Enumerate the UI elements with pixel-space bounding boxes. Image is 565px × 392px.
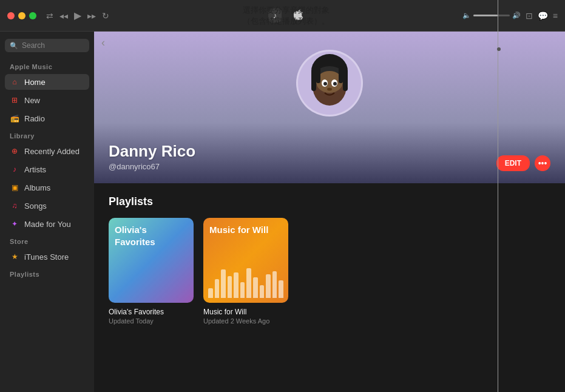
sidebar-item-artists[interactable]: ♪ Artists xyxy=(5,161,89,177)
queue-icon[interactable]: ≡ xyxy=(553,11,558,21)
apple-logo[interactable] xyxy=(294,9,303,22)
made-for-you-icon: ✦ xyxy=(10,219,19,229)
home-icon: ⌂ xyxy=(10,77,19,87)
minimize-button[interactable] xyxy=(18,12,25,19)
sidebar-made-for-you-label: Made for You xyxy=(24,220,71,229)
repeat-icon[interactable]: ↻ xyxy=(102,11,109,21)
store-label: Store xyxy=(5,234,89,246)
playlist-update-olivia: Updated Today xyxy=(109,317,194,325)
sidebar-artists-label: Artists xyxy=(24,165,46,174)
airplay-icon[interactable]: ⊡ xyxy=(526,11,533,21)
sidebar-item-home[interactable]: ⌂ Home xyxy=(5,74,89,90)
playlists-title: Playlists xyxy=(109,195,550,208)
sidebar-item-radio[interactable]: 📻 Radio xyxy=(5,110,89,126)
itunes-icon: ★ xyxy=(10,252,19,262)
sidebar-item-new[interactable]: ⊞ New xyxy=(5,92,89,108)
volume-slider-track[interactable] xyxy=(473,15,510,16)
profile-header: Danny Rico @dannyrico67 EDIT ••• xyxy=(94,32,565,183)
content-area: ‹ xyxy=(94,32,565,392)
volume-control[interactable]: 🔈 🔊 xyxy=(462,12,521,19)
playlist-name-olivia: Olivia's Favorites xyxy=(109,308,194,316)
back-button[interactable]: ‹ xyxy=(101,36,105,49)
playlist-card-music-will[interactable]: Music for Will xyxy=(203,218,288,325)
profile-handle: @dannyrico67 xyxy=(109,162,160,171)
close-button[interactable] xyxy=(7,12,15,19)
sidebar-item-itunes-store[interactable]: ★ iTunes Store xyxy=(5,249,89,265)
sidebar-item-made-for-you[interactable]: ✦ Made for You xyxy=(5,216,89,232)
library-label: Library xyxy=(5,129,89,141)
sidebar-item-albums[interactable]: ▣ Albums xyxy=(5,180,89,195)
playlist-card-olivia[interactable]: Olivia'sFavorites Olivia's Favorites Upd… xyxy=(109,218,194,325)
playlist-thumb-music: Music for Will xyxy=(203,218,288,303)
maximize-button[interactable] xyxy=(29,12,36,19)
volume-low-icon: 🔈 xyxy=(462,12,471,19)
svg-point-8 xyxy=(333,82,337,86)
sidebar-item-recently-added[interactable]: ⊕ Recently Added xyxy=(5,143,89,159)
sidebar-itunes-label: iTunes Store xyxy=(24,252,69,262)
volume-high-icon: 🔊 xyxy=(512,12,521,19)
main-layout: 🔍 Apple Music ⌂ Home ⊞ New 📻 Radio Libra… xyxy=(0,32,565,392)
equalizer-bars xyxy=(203,266,288,303)
playlist-thumb-olivia: Olivia'sFavorites xyxy=(109,218,194,303)
play-icon[interactable]: ▶ xyxy=(74,10,81,21)
sidebar: 🔍 Apple Music ⌂ Home ⊞ New 📻 Radio Libra… xyxy=(0,32,94,392)
playlist-update-music-will: Updated 2 Weeks Ago xyxy=(203,317,288,325)
sidebar-radio-label: Radio xyxy=(24,114,45,123)
memoji-image xyxy=(298,52,361,115)
recently-added-icon: ⊕ xyxy=(10,146,19,156)
prev-icon[interactable]: ◂◂ xyxy=(59,11,68,21)
artists-icon: ♪ xyxy=(10,164,19,174)
playlists-section: Playlists Olivia'sFavorites Olivia's Fav… xyxy=(94,183,565,337)
toolbar-right: 🔈 🔊 ⊡ 💬 ≡ xyxy=(462,11,558,21)
svg-rect-12 xyxy=(316,66,320,83)
toolbar-center: ♪ xyxy=(114,8,458,22)
svg-point-7 xyxy=(323,82,327,86)
albums-icon: ▣ xyxy=(10,183,19,192)
music-note-icon: ♪ xyxy=(273,11,277,20)
sidebar-recently-added-label: Recently Added xyxy=(24,147,80,156)
sidebar-new-label: New xyxy=(24,96,40,105)
profile-name: Danny Rico xyxy=(109,142,195,161)
shuffle-icon[interactable]: ⇄ xyxy=(46,11,53,21)
next-icon[interactable]: ▸▸ xyxy=(87,11,96,21)
songs-icon: ♫ xyxy=(10,201,19,211)
lyrics-icon[interactable]: 💬 xyxy=(538,11,548,21)
playlist-name-music-will: Music for Will xyxy=(203,308,288,316)
avatar xyxy=(296,50,363,117)
svg-rect-10 xyxy=(311,70,316,91)
profile-actions: EDIT ••• xyxy=(496,155,550,171)
search-box[interactable]: 🔍 xyxy=(5,39,89,52)
playlists-label: Playlists xyxy=(5,267,89,279)
music-tab[interactable]: ♪ xyxy=(268,8,282,22)
new-icon: ⊞ xyxy=(10,95,19,105)
svg-rect-11 xyxy=(343,70,348,91)
apple-music-label: Apple Music xyxy=(5,59,89,72)
playback-controls: ⇄ ◂◂ ▶ ▸▸ ↻ xyxy=(46,10,109,21)
sidebar-home-label: Home xyxy=(24,78,46,87)
sidebar-item-songs[interactable]: ♫ Songs xyxy=(5,198,89,214)
svg-point-9 xyxy=(327,88,332,91)
edit-button[interactable]: EDIT xyxy=(496,155,530,171)
radio-icon: 📻 xyxy=(10,113,19,123)
sidebar-songs-label: Songs xyxy=(24,201,47,211)
title-bar: ⇄ ◂◂ ▶ ▸▸ ↻ ♪ 🔈 🔊 ⊡ 💬 ≡ xyxy=(0,0,565,32)
traffic-lights xyxy=(7,12,36,19)
search-input[interactable] xyxy=(22,41,84,50)
svg-rect-13 xyxy=(339,66,343,83)
search-icon: 🔍 xyxy=(10,42,18,50)
playlist-thumb-text-olivia: Olivia'sFavorites xyxy=(115,224,155,248)
playlist-thumb-text-music: Music for Will xyxy=(209,224,268,236)
sidebar-albums-label: Albums xyxy=(24,183,50,192)
more-button[interactable]: ••• xyxy=(535,155,550,171)
playlist-grid: Olivia'sFavorites Olivia's Favorites Upd… xyxy=(109,218,550,325)
